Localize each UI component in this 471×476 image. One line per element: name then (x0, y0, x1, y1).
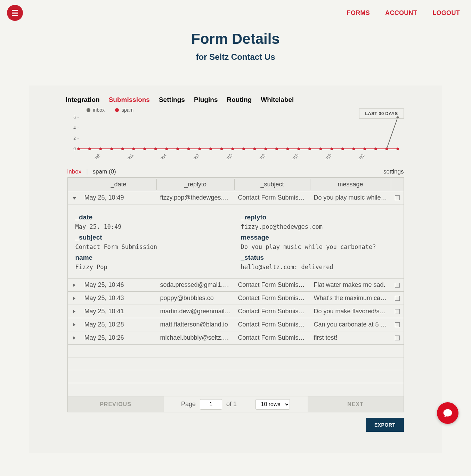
row-expand-toggle[interactable] (68, 279, 81, 291)
legend-dot-inbox (87, 108, 90, 112)
cell-date: May 25, 10:41 (81, 306, 157, 317)
chart-legend: inbox spam (87, 107, 404, 113)
row-checkbox[interactable] (395, 336, 400, 340)
pager-prev-button[interactable]: PREVIOUS (68, 396, 164, 412)
cell-message: Do you make flavored/sur... (310, 306, 391, 317)
svg-text:6: 6 (73, 115, 76, 120)
table-row[interactable]: May 25, 10:43poppy@bubbles.coContact For… (68, 292, 404, 305)
detail-label-subject: _subject (75, 234, 230, 241)
detail-value-replyto: fizzy.pop@thedewges.com (241, 223, 396, 230)
svg-point-38 (77, 148, 80, 150)
row-checkbox[interactable] (395, 195, 400, 200)
svg-point-66 (385, 148, 388, 150)
legend-dot-spam (115, 108, 119, 112)
col-message[interactable]: message (310, 179, 391, 190)
cell-replyto: fizzy.pop@thedewges.com (157, 192, 235, 203)
page-subtitle: for Seltz Contact Us (0, 52, 471, 62)
tab-plugins[interactable]: Plugins (194, 96, 218, 104)
col-date[interactable]: _date (81, 179, 157, 190)
row-checkbox[interactable] (395, 283, 400, 288)
nav-account[interactable]: ACCOUNT (385, 9, 417, 17)
submissions-table: _date _replyto _subject message May 25, … (67, 177, 404, 396)
col-replyto[interactable]: _replyto (157, 179, 235, 190)
tab-routing[interactable]: Routing (227, 96, 252, 104)
chevron-right-icon (73, 336, 75, 340)
table-row[interactable]: May 25, 10:28matt.flatterson@bland.ioCon… (68, 318, 404, 331)
submissions-chart: 024604/2805/0105/0405/0705/1005/1305/160… (67, 114, 401, 159)
row-checkbox[interactable] (395, 322, 400, 327)
cell-replyto: michael.bubbly@seltz.com (157, 332, 235, 344)
empty-row (68, 357, 404, 370)
row-expand-toggle[interactable] (68, 306, 81, 317)
chart-range-button[interactable]: LAST 30 DAYS (359, 108, 404, 119)
svg-point-53 (242, 148, 245, 150)
table-row[interactable]: May 25, 10:26michael.bubbly@seltz.comCon… (68, 331, 404, 345)
cell-message: first test! (310, 332, 391, 344)
row-expand-toggle[interactable] (68, 292, 81, 304)
pager: PREVIOUS Page of 1 10 rows NEXT (67, 396, 404, 412)
row-expand-toggle[interactable] (68, 319, 81, 330)
svg-point-50 (209, 148, 212, 150)
svg-text:05/16: 05/16 (289, 153, 299, 159)
cell-date: May 25, 10:28 (81, 319, 157, 330)
chevron-right-icon (73, 310, 75, 313)
detail-label-date: _date (75, 213, 230, 221)
pager-page-input[interactable] (200, 399, 222, 410)
chevron-right-icon (73, 283, 75, 287)
filter-inbox[interactable]: inbox (67, 168, 86, 175)
col-subject[interactable]: _subject (235, 179, 310, 190)
cell-replyto: poppy@bubbles.co (157, 292, 235, 304)
tab-whitelabel[interactable]: Whitelabel (261, 96, 294, 104)
detail-value-date: May 25, 10:49 (75, 223, 230, 230)
cell-subject: Contact Form Submission (235, 306, 310, 317)
nav-forms[interactable]: FORMS (347, 9, 370, 17)
pager-rows-select[interactable]: 10 rows (255, 399, 290, 410)
svg-point-55 (264, 148, 267, 150)
svg-point-54 (253, 148, 255, 150)
table-row[interactable]: May 25, 10:49fizzy.pop@thedewges.comCont… (68, 191, 404, 204)
cell-date: May 25, 10:43 (81, 292, 157, 304)
svg-point-46 (165, 148, 168, 150)
table-row[interactable]: May 25, 10:46soda.pressed@gmai1.comConta… (68, 279, 404, 292)
row-checkbox[interactable] (395, 296, 400, 301)
top-nav: FORMS ACCOUNT LOGOUT (347, 9, 460, 17)
svg-point-51 (220, 148, 223, 150)
table-settings-link[interactable]: settings (383, 168, 404, 175)
detail-value-name: Fizzy Pop (75, 264, 230, 271)
filter-spam[interactable]: spam (0) (89, 168, 116, 175)
svg-text:05/19: 05/19 (322, 153, 332, 159)
svg-point-56 (275, 148, 278, 150)
cell-message: Can you carbonate at 5 PSI? (310, 319, 391, 330)
nav-logout[interactable]: LOGOUT (432, 9, 460, 17)
chevron-down-icon (73, 197, 76, 200)
chat-icon (442, 408, 453, 418)
empty-row (68, 345, 404, 357)
pager-next-button[interactable]: NEXT (308, 396, 404, 412)
tab-integration[interactable]: Integration (66, 96, 100, 104)
row-checkbox[interactable] (395, 309, 400, 314)
tab-bar: Integration Submissions Settings Plugins… (66, 96, 404, 104)
legend-label-spam: spam (122, 107, 133, 113)
detail-label-status: _status (241, 254, 396, 261)
svg-point-39 (88, 148, 91, 150)
cell-subject: Contact Form Submission (235, 279, 310, 291)
row-expand-toggle[interactable] (68, 192, 81, 203)
chevron-right-icon (73, 323, 75, 326)
chat-fab[interactable] (437, 402, 458, 424)
export-button[interactable]: EXPORT (366, 418, 404, 432)
table-row[interactable]: May 25, 10:41martin.dew@greenmail.co...C… (68, 305, 404, 318)
cell-date: May 25, 10:49 (81, 192, 157, 203)
svg-text:05/10: 05/10 (223, 153, 233, 159)
cell-message: Flat water makes me sad. (310, 279, 391, 291)
row-expand-toggle[interactable] (68, 332, 81, 344)
row-detail-panel: _dateMay 25, 10:49_subjectContact Form S… (68, 204, 404, 279)
svg-point-44 (143, 148, 146, 150)
tab-submissions[interactable]: Submissions (109, 96, 150, 104)
app-logo[interactable] (7, 5, 23, 21)
tab-settings[interactable]: Settings (159, 96, 185, 104)
svg-point-57 (286, 148, 289, 150)
svg-text:05/22: 05/22 (355, 153, 365, 159)
svg-point-58 (297, 148, 300, 150)
cell-subject: Contact Form Submission (235, 319, 310, 330)
chart-area: LAST 30 DAYS inbox spam 024604/2805/0105… (67, 107, 404, 159)
